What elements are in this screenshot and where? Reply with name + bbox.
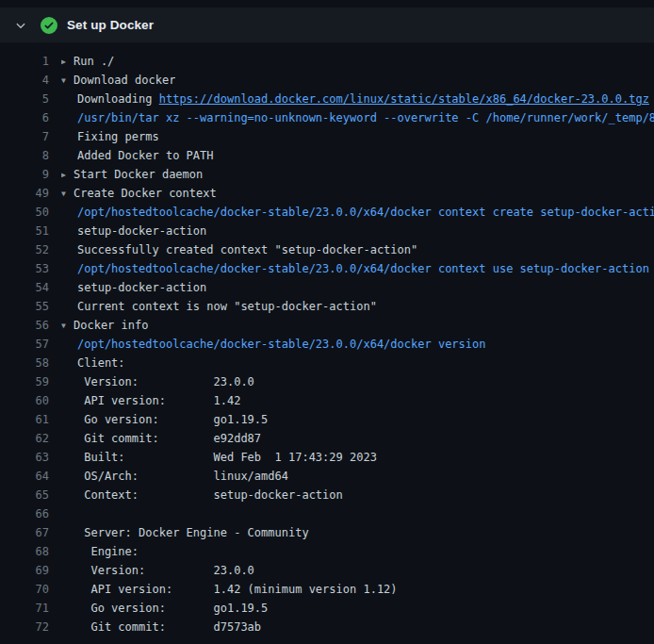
line-number[interactable]: 7 xyxy=(0,127,49,146)
log-text: API version: 1.42 xyxy=(77,394,240,407)
line-content: ▶Run ./ xyxy=(61,52,114,71)
line-number[interactable]: 52 xyxy=(0,240,49,259)
log-text: Fixing perms xyxy=(77,130,159,143)
log-line: 64 OS/Arch: linux/amd64 xyxy=(0,467,654,486)
log-link[interactable]: https://download.docker.com/linux/static… xyxy=(159,92,649,106)
log-line: 70 API version: 1.42 (minimum version 1.… xyxy=(0,580,654,599)
log-line: 65 Context: setup-docker-action xyxy=(0,486,654,504)
group-chevron-down-icon[interactable]: ▼ xyxy=(61,317,74,335)
log-text: OS/Arch: linux/amd64 xyxy=(77,470,288,483)
line-content: API version: 1.42 (minimum version 1.12) xyxy=(61,580,398,599)
log-line: 61 Go version: go1.19.5 xyxy=(0,410,654,429)
line-number[interactable]: 9 xyxy=(0,165,49,184)
line-number[interactable]: 66 xyxy=(0,504,49,523)
group-chevron-down-icon[interactable]: ▼ xyxy=(61,72,74,90)
line-content: Current context is now "setup-docker-act… xyxy=(61,297,377,316)
chevron-down-icon[interactable] xyxy=(13,18,28,33)
line-number[interactable]: 59 xyxy=(0,372,49,391)
log-command-text: /usr/bin/tar xz --warning=no-unknown-key… xyxy=(77,111,654,124)
line-number[interactable]: 54 xyxy=(0,278,49,297)
line-number[interactable]: 69 xyxy=(0,561,49,580)
log-text: Run ./ xyxy=(74,55,114,68)
line-number[interactable]: 6 xyxy=(0,108,49,127)
step-header[interactable]: Set up Docker xyxy=(0,8,654,42)
log-text: setup-docker-action xyxy=(77,224,206,238)
line-number[interactable]: 55 xyxy=(0,297,49,316)
line-number[interactable]: 5 xyxy=(0,90,49,108)
line-content: Successfully created context "setup-dock… xyxy=(61,240,417,259)
log-line: 7 Fixing perms xyxy=(0,127,654,146)
log-text: Version: 23.0.0 xyxy=(77,564,254,577)
line-number[interactable]: 72 xyxy=(0,618,49,636)
log-line: 8 Added Docker to PATH xyxy=(0,146,654,165)
line-content xyxy=(61,504,77,523)
line-content: API version: 1.42 xyxy=(61,391,240,410)
line-content: Go version: go1.19.5 xyxy=(61,599,268,618)
line-number[interactable]: 60 xyxy=(0,391,49,410)
line-number[interactable]: 1 xyxy=(0,52,49,71)
log-text: Create Docker context xyxy=(74,187,217,200)
log-line: 53 /opt/hostedtoolcache/docker-stable/23… xyxy=(0,259,654,278)
line-number[interactable]: 53 xyxy=(0,259,49,278)
log-text: Client: xyxy=(77,356,125,370)
line-content: ▼Create Docker context xyxy=(61,184,217,203)
line-number[interactable]: 62 xyxy=(0,429,49,448)
log-group-line[interactable]: 9 ▶Start Docker daemon xyxy=(0,165,654,184)
line-number[interactable]: 51 xyxy=(0,222,49,240)
log-text: Version: 23.0.0 xyxy=(77,375,254,388)
line-number[interactable]: 58 xyxy=(0,354,49,372)
log-line: 68 Engine: xyxy=(0,542,654,561)
group-chevron-right-icon[interactable]: ▶ xyxy=(61,166,74,184)
log-line: 5 Downloading https://download.docker.co… xyxy=(0,90,654,108)
group-chevron-down-icon[interactable]: ▼ xyxy=(61,185,74,203)
line-content: /usr/bin/tar xz --warning=no-unknown-key… xyxy=(61,108,654,127)
log-area: 1 ▶Run ./ 4 ▼Download docker 5 Downloadi… xyxy=(0,42,654,636)
line-number[interactable]: 64 xyxy=(0,467,49,486)
line-number[interactable]: 71 xyxy=(0,599,49,618)
line-number[interactable]: 70 xyxy=(0,580,49,599)
log-line: 67 Server: Docker Engine - Community xyxy=(0,523,654,542)
log-text: Added Docker to PATH xyxy=(77,149,214,162)
line-content: OS/Arch: linux/amd64 xyxy=(61,467,288,486)
log-line: 57 /opt/hostedtoolcache/docker-stable/23… xyxy=(0,335,654,354)
log-line: 50 /opt/hostedtoolcache/docker-stable/23… xyxy=(0,203,654,222)
line-number[interactable]: 57 xyxy=(0,335,49,354)
line-content: Version: 23.0.0 xyxy=(61,372,254,391)
log-line: 71 Go version: go1.19.5 xyxy=(0,599,654,618)
log-text: Current context is now "setup-docker-act… xyxy=(77,300,377,313)
log-line: 60 API version: 1.42 xyxy=(0,391,654,410)
log-group-line[interactable]: 4 ▼Download docker xyxy=(0,71,654,90)
group-chevron-right-icon[interactable]: ▶ xyxy=(61,53,74,71)
line-content: Built: Wed Feb 1 17:43:29 2023 xyxy=(61,448,377,467)
line-number[interactable]: 4 xyxy=(0,71,49,90)
line-content: setup-docker-action xyxy=(61,222,206,240)
log-text: Context: setup-docker-action xyxy=(77,488,343,502)
line-number[interactable]: 56 xyxy=(0,316,49,335)
log-command-text: /opt/hostedtoolcache/docker-stable/23.0.… xyxy=(77,338,485,351)
log-group-line[interactable]: 1 ▶Run ./ xyxy=(0,52,654,71)
line-number[interactable]: 50 xyxy=(0,203,49,222)
check-circle-icon xyxy=(41,17,57,34)
line-number[interactable]: 68 xyxy=(0,542,49,561)
line-content: /opt/hostedtoolcache/docker-stable/23.0.… xyxy=(61,203,654,222)
log-group-line[interactable]: 56 ▼Docker info xyxy=(0,316,654,335)
step-title: Set up Docker xyxy=(67,18,154,32)
line-number[interactable]: 63 xyxy=(0,448,49,467)
log-text: Successfully created context "setup-dock… xyxy=(77,243,417,256)
log-line: 69 Version: 23.0.0 xyxy=(0,561,654,580)
log-text: Built: Wed Feb 1 17:43:29 2023 xyxy=(77,451,377,464)
log-line: 52 Successfully created context "setup-d… xyxy=(0,240,654,259)
log-line: 55 Current context is now "setup-docker-… xyxy=(0,297,654,316)
line-content: /opt/hostedtoolcache/docker-stable/23.0.… xyxy=(61,335,485,354)
line-number[interactable]: 61 xyxy=(0,410,49,429)
line-content: Version: 23.0.0 xyxy=(61,561,254,580)
line-content: setup-docker-action xyxy=(61,278,206,297)
log-line: 51 setup-docker-action xyxy=(0,222,654,240)
log-text: Go version: go1.19.5 xyxy=(77,602,268,615)
line-number[interactable]: 65 xyxy=(0,486,49,504)
line-number[interactable]: 67 xyxy=(0,523,49,542)
line-number[interactable]: 8 xyxy=(0,146,49,165)
line-number[interactable]: 49 xyxy=(0,184,49,203)
actions-log-page: Set up Docker 1 ▶Run ./ 4 ▼Download dock… xyxy=(0,0,654,644)
log-group-line[interactable]: 49 ▼Create Docker context xyxy=(0,184,654,203)
